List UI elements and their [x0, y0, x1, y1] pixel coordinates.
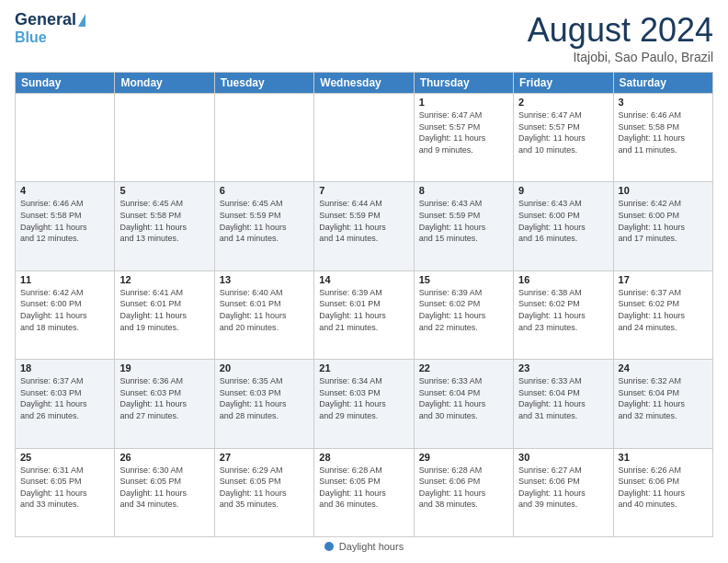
day-number: 27 [220, 452, 309, 463]
calendar-cell: 25Sunrise: 6:31 AM Sunset: 6:05 PM Dayli… [16, 448, 115, 536]
calendar-cell: 4Sunrise: 6:46 AM Sunset: 5:58 PM Daylig… [16, 182, 115, 270]
calendar-cell: 21Sunrise: 6:34 AM Sunset: 6:03 PM Dayli… [314, 360, 414, 448]
calendar-cell [214, 94, 313, 182]
day-number: 10 [619, 185, 708, 196]
day-number: 11 [20, 274, 109, 285]
calendar-week-4: 18Sunrise: 6:37 AM Sunset: 6:03 PM Dayli… [16, 360, 713, 448]
day-number: 13 [220, 274, 309, 285]
calendar-cell: 12Sunrise: 6:41 AM Sunset: 6:01 PM Dayli… [115, 270, 214, 359]
day-number: 23 [518, 362, 608, 373]
logo-text-blue: Blue [15, 29, 47, 46]
calendar-cell: 2Sunrise: 6:47 AM Sunset: 5:57 PM Daylig… [514, 94, 613, 182]
day-number: 14 [319, 274, 408, 285]
day-number: 28 [319, 452, 408, 463]
day-info: Sunrise: 6:26 AM Sunset: 6:06 PM Dayligh… [619, 465, 708, 511]
calendar-cell: 22Sunrise: 6:33 AM Sunset: 6:04 PM Dayli… [414, 360, 513, 448]
day-info: Sunrise: 6:45 AM Sunset: 5:58 PM Dayligh… [119, 198, 209, 244]
day-number: 3 [619, 97, 708, 108]
calendar-cell: 28Sunrise: 6:28 AM Sunset: 6:05 PM Dayli… [314, 448, 414, 536]
calendar-header-row: SundayMondayTuesdayWednesdayThursdayFrid… [16, 73, 713, 94]
day-number: 30 [518, 452, 608, 463]
calendar-cell: 3Sunrise: 6:46 AM Sunset: 5:58 PM Daylig… [613, 94, 712, 182]
day-number: 24 [619, 362, 708, 373]
day-info: Sunrise: 6:38 AM Sunset: 6:02 PM Dayligh… [518, 287, 608, 333]
day-number: 31 [619, 452, 708, 463]
day-info: Sunrise: 6:41 AM Sunset: 6:01 PM Dayligh… [119, 287, 209, 333]
day-number: 17 [619, 274, 708, 285]
day-number: 8 [419, 185, 508, 196]
day-info: Sunrise: 6:39 AM Sunset: 6:01 PM Dayligh… [319, 287, 408, 333]
day-info: Sunrise: 6:39 AM Sunset: 6:02 PM Dayligh… [419, 287, 508, 333]
day-info: Sunrise: 6:47 AM Sunset: 5:57 PM Dayligh… [419, 109, 508, 155]
day-number: 22 [419, 362, 508, 373]
day-info: Sunrise: 6:30 AM Sunset: 6:05 PM Dayligh… [119, 465, 209, 511]
calendar-week-3: 11Sunrise: 6:42 AM Sunset: 6:00 PM Dayli… [16, 270, 713, 359]
calendar-table: SundayMondayTuesdayWednesdayThursdayFrid… [15, 72, 713, 537]
calendar-cell: 31Sunrise: 6:26 AM Sunset: 6:06 PM Dayli… [613, 448, 712, 536]
footer: Daylight hours [15, 537, 713, 552]
month-title: August 2024 [528, 11, 713, 50]
day-info: Sunrise: 6:28 AM Sunset: 6:06 PM Dayligh… [419, 465, 508, 511]
day-number: 12 [119, 274, 209, 285]
day-info: Sunrise: 6:42 AM Sunset: 6:00 PM Dayligh… [619, 198, 708, 244]
calendar-header-thursday: Thursday [414, 73, 513, 94]
calendar-cell: 19Sunrise: 6:36 AM Sunset: 6:03 PM Dayli… [115, 360, 214, 448]
day-number: 15 [419, 274, 508, 285]
header: General Blue August 2024 Itajobi, Sao Pa… [15, 11, 713, 64]
calendar-cell: 16Sunrise: 6:38 AM Sunset: 6:02 PM Dayli… [514, 270, 613, 359]
calendar-cell: 15Sunrise: 6:39 AM Sunset: 6:02 PM Dayli… [414, 270, 513, 359]
day-info: Sunrise: 6:43 AM Sunset: 6:00 PM Dayligh… [518, 198, 608, 244]
day-info: Sunrise: 6:31 AM Sunset: 6:05 PM Dayligh… [20, 465, 109, 511]
day-info: Sunrise: 6:32 AM Sunset: 6:04 PM Dayligh… [619, 375, 708, 421]
day-number: 19 [119, 362, 209, 373]
calendar-cell: 24Sunrise: 6:32 AM Sunset: 6:04 PM Dayli… [613, 360, 712, 448]
footer-label: Daylight hours [339, 541, 404, 552]
calendar-header-monday: Monday [115, 73, 214, 94]
location-subtitle: Itajobi, Sao Paulo, Brazil [528, 50, 713, 64]
day-info: Sunrise: 6:46 AM Sunset: 5:58 PM Dayligh… [20, 198, 109, 244]
calendar-cell: 29Sunrise: 6:28 AM Sunset: 6:06 PM Dayli… [414, 448, 513, 536]
day-info: Sunrise: 6:35 AM Sunset: 6:03 PM Dayligh… [220, 375, 309, 421]
logo-triangle-icon [78, 14, 85, 27]
day-info: Sunrise: 6:40 AM Sunset: 6:01 PM Dayligh… [220, 287, 309, 333]
day-number: 21 [319, 362, 408, 373]
calendar-cell: 23Sunrise: 6:33 AM Sunset: 6:04 PM Dayli… [514, 360, 613, 448]
day-number: 9 [518, 185, 608, 196]
day-number: 7 [319, 185, 408, 196]
calendar-cell: 10Sunrise: 6:42 AM Sunset: 6:00 PM Dayli… [613, 182, 712, 270]
day-info: Sunrise: 6:37 AM Sunset: 6:03 PM Dayligh… [20, 375, 109, 421]
calendar-cell [16, 94, 115, 182]
calendar-header-wednesday: Wednesday [314, 73, 414, 94]
calendar-cell: 27Sunrise: 6:29 AM Sunset: 6:05 PM Dayli… [214, 448, 313, 536]
logo-text-general: General [15, 11, 76, 29]
calendar-cell: 8Sunrise: 6:43 AM Sunset: 5:59 PM Daylig… [414, 182, 513, 270]
day-info: Sunrise: 6:28 AM Sunset: 6:05 PM Dayligh… [319, 465, 408, 511]
calendar-cell: 6Sunrise: 6:45 AM Sunset: 5:59 PM Daylig… [214, 182, 313, 270]
calendar-cell: 9Sunrise: 6:43 AM Sunset: 6:00 PM Daylig… [514, 182, 613, 270]
calendar-header-tuesday: Tuesday [214, 73, 313, 94]
calendar-cell: 5Sunrise: 6:45 AM Sunset: 5:58 PM Daylig… [115, 182, 214, 270]
day-info: Sunrise: 6:37 AM Sunset: 6:02 PM Dayligh… [619, 287, 708, 333]
calendar-week-5: 25Sunrise: 6:31 AM Sunset: 6:05 PM Dayli… [16, 448, 713, 536]
calendar-week-2: 4Sunrise: 6:46 AM Sunset: 5:58 PM Daylig… [16, 182, 713, 270]
page: General Blue August 2024 Itajobi, Sao Pa… [0, 0, 728, 563]
calendar-cell [115, 94, 214, 182]
day-info: Sunrise: 6:45 AM Sunset: 5:59 PM Dayligh… [220, 198, 309, 244]
calendar-cell [314, 94, 414, 182]
day-info: Sunrise: 6:33 AM Sunset: 6:04 PM Dayligh… [518, 375, 608, 421]
calendar-cell: 18Sunrise: 6:37 AM Sunset: 6:03 PM Dayli… [16, 360, 115, 448]
calendar-cell: 1Sunrise: 6:47 AM Sunset: 5:57 PM Daylig… [414, 94, 513, 182]
day-info: Sunrise: 6:29 AM Sunset: 6:05 PM Dayligh… [220, 465, 309, 511]
day-info: Sunrise: 6:27 AM Sunset: 6:06 PM Dayligh… [518, 465, 608, 511]
day-info: Sunrise: 6:34 AM Sunset: 6:03 PM Dayligh… [319, 375, 408, 421]
calendar-header-friday: Friday [514, 73, 613, 94]
day-info: Sunrise: 6:46 AM Sunset: 5:58 PM Dayligh… [619, 109, 708, 155]
day-number: 29 [419, 452, 508, 463]
calendar-cell: 11Sunrise: 6:42 AM Sunset: 6:00 PM Dayli… [16, 270, 115, 359]
day-number: 1 [419, 97, 508, 108]
day-number: 2 [518, 97, 608, 108]
day-number: 4 [20, 185, 109, 196]
calendar-cell: 13Sunrise: 6:40 AM Sunset: 6:01 PM Dayli… [214, 270, 313, 359]
day-info: Sunrise: 6:36 AM Sunset: 6:03 PM Dayligh… [119, 375, 209, 421]
calendar-cell: 7Sunrise: 6:44 AM Sunset: 5:59 PM Daylig… [314, 182, 414, 270]
